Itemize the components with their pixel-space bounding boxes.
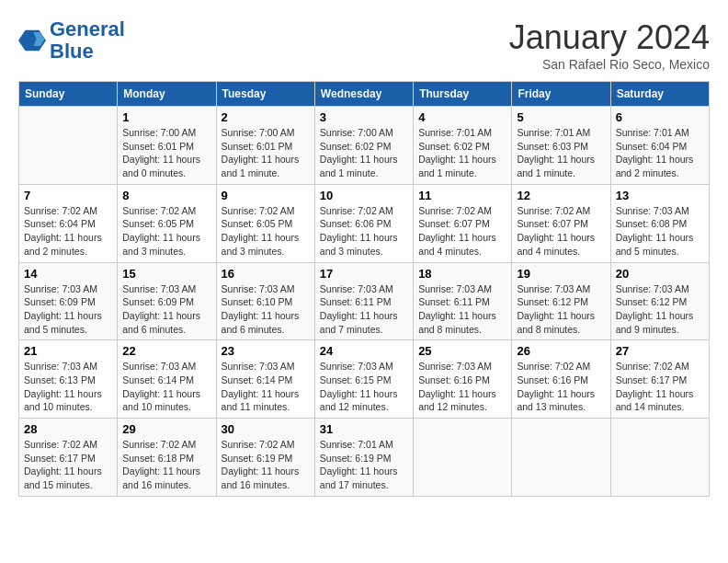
calendar-cell: 2Sunrise: 7:00 AM Sunset: 6:01 PM Daylig… [216,107,314,185]
logo-line2: Blue [50,40,94,63]
day-number: 16 [222,267,310,281]
calendar-cell: 24Sunrise: 7:03 AM Sunset: 6:15 PM Dayli… [314,340,413,419]
calendar-cell: 27Sunrise: 7:02 AM Sunset: 6:17 PM Dayli… [610,340,709,419]
calendar-cell [512,419,610,497]
day-number: 19 [517,267,605,281]
week-row-4: 21Sunrise: 7:03 AM Sunset: 6:13 PM Dayli… [19,340,710,419]
day-info: Sunrise: 7:02 AM Sunset: 6:05 PM Dayligh… [222,204,310,259]
calendar-cell: 26Sunrise: 7:02 AM Sunset: 6:16 PM Dayli… [512,340,610,419]
calendar-cell: 1Sunrise: 7:00 AM Sunset: 6:01 PM Daylig… [118,107,216,185]
weekday-header-row: SundayMondayTuesdayWednesdayThursdayFrid… [19,82,710,107]
day-info: Sunrise: 7:00 AM Sunset: 6:01 PM Dayligh… [122,126,210,180]
day-number: 10 [320,189,408,202]
calendar-cell: 23Sunrise: 7:03 AM Sunset: 6:14 PM Dayli… [216,340,314,419]
day-number: 12 [517,189,605,202]
day-number: 29 [122,422,210,436]
weekday-header-wednesday: Wednesday [314,82,413,107]
day-info: Sunrise: 7:02 AM Sunset: 6:06 PM Dayligh… [320,204,408,259]
logo: General Blue [18,18,125,63]
day-info: Sunrise: 7:03 AM Sunset: 6:12 PM Dayligh… [616,282,704,337]
day-number: 30 [222,422,310,436]
calendar-cell: 3Sunrise: 7:00 AM Sunset: 6:02 PM Daylig… [314,107,413,185]
logo-text: General Blue [50,18,125,63]
calendar-cell [610,419,709,497]
day-info: Sunrise: 7:03 AM Sunset: 6:12 PM Dayligh… [517,282,605,337]
day-number: 18 [418,267,506,281]
day-info: Sunrise: 7:02 AM Sunset: 6:19 PM Dayligh… [222,438,310,492]
weekday-header-friday: Friday [512,82,610,107]
day-info: Sunrise: 7:03 AM Sunset: 6:11 PM Dayligh… [320,282,408,337]
weekday-header-monday: Monday [118,82,216,107]
day-number: 28 [24,422,112,436]
logo-line1: General [50,17,125,40]
calendar-cell [19,107,118,185]
day-number: 20 [616,267,704,281]
calendar-cell: 9Sunrise: 7:02 AM Sunset: 6:05 PM Daylig… [216,184,314,262]
day-number: 27 [616,344,704,358]
calendar-cell: 18Sunrise: 7:03 AM Sunset: 6:11 PM Dayli… [414,262,512,340]
weekday-header-thursday: Thursday [414,82,512,107]
calendar-cell: 8Sunrise: 7:02 AM Sunset: 6:05 PM Daylig… [118,184,216,262]
day-info: Sunrise: 7:03 AM Sunset: 6:14 PM Dayligh… [222,360,310,414]
day-number: 1 [122,110,210,124]
weekday-header-saturday: Saturday [610,82,709,107]
weekday-header-sunday: Sunday [19,82,118,107]
day-number: 26 [517,344,605,358]
day-info: Sunrise: 7:03 AM Sunset: 6:09 PM Dayligh… [122,282,210,337]
day-info: Sunrise: 7:03 AM Sunset: 6:08 PM Dayligh… [616,204,704,259]
calendar-cell: 10Sunrise: 7:02 AM Sunset: 6:06 PM Dayli… [314,184,413,262]
day-number: 22 [122,344,210,358]
day-info: Sunrise: 7:03 AM Sunset: 6:10 PM Dayligh… [222,282,310,337]
day-info: Sunrise: 7:02 AM Sunset: 6:07 PM Dayligh… [418,204,506,259]
calendar-table: SundayMondayTuesdayWednesdayThursdayFrid… [18,81,710,497]
calendar-cell: 16Sunrise: 7:03 AM Sunset: 6:10 PM Dayli… [216,262,314,340]
calendar-cell: 29Sunrise: 7:02 AM Sunset: 6:18 PM Dayli… [118,419,216,497]
calendar-cell: 19Sunrise: 7:03 AM Sunset: 6:12 PM Dayli… [512,262,610,340]
day-info: Sunrise: 7:03 AM Sunset: 6:15 PM Dayligh… [320,360,408,414]
week-row-3: 14Sunrise: 7:03 AM Sunset: 6:09 PM Dayli… [19,262,710,340]
title-block: January 2024 San Rafael Rio Seco, Mexico [509,18,710,72]
day-info: Sunrise: 7:01 AM Sunset: 6:04 PM Dayligh… [616,126,704,180]
calendar-cell: 28Sunrise: 7:02 AM Sunset: 6:17 PM Dayli… [19,419,118,497]
day-info: Sunrise: 7:02 AM Sunset: 6:18 PM Dayligh… [122,438,210,492]
day-info: Sunrise: 7:02 AM Sunset: 6:04 PM Dayligh… [24,204,112,259]
day-info: Sunrise: 7:03 AM Sunset: 6:13 PM Dayligh… [24,360,112,414]
logo-icon [18,27,46,54]
weekday-header-tuesday: Tuesday [216,82,314,107]
day-info: Sunrise: 7:02 AM Sunset: 6:17 PM Dayligh… [616,360,704,414]
day-number: 21 [24,344,112,358]
day-number: 24 [320,344,408,358]
day-number: 7 [24,189,112,202]
day-number: 14 [24,267,112,281]
calendar-cell: 20Sunrise: 7:03 AM Sunset: 6:12 PM Dayli… [610,262,709,340]
day-info: Sunrise: 7:00 AM Sunset: 6:01 PM Dayligh… [222,126,310,180]
day-number: 25 [418,344,506,358]
calendar-cell [414,419,512,497]
day-number: 9 [222,189,310,202]
day-info: Sunrise: 7:01 AM Sunset: 6:19 PM Dayligh… [320,438,408,492]
calendar-cell: 31Sunrise: 7:01 AM Sunset: 6:19 PM Dayli… [314,419,413,497]
calendar-cell: 5Sunrise: 7:01 AM Sunset: 6:03 PM Daylig… [512,107,610,185]
calendar-cell: 13Sunrise: 7:03 AM Sunset: 6:08 PM Dayli… [610,184,709,262]
calendar-cell: 11Sunrise: 7:02 AM Sunset: 6:07 PM Dayli… [414,184,512,262]
day-number: 4 [418,110,506,124]
day-info: Sunrise: 7:00 AM Sunset: 6:02 PM Dayligh… [320,126,408,180]
week-row-5: 28Sunrise: 7:02 AM Sunset: 6:17 PM Dayli… [19,419,710,497]
calendar-cell: 22Sunrise: 7:03 AM Sunset: 6:14 PM Dayli… [118,340,216,419]
calendar-cell: 12Sunrise: 7:02 AM Sunset: 6:07 PM Dayli… [512,184,610,262]
week-row-1: 1Sunrise: 7:00 AM Sunset: 6:01 PM Daylig… [19,107,710,185]
day-number: 23 [222,344,310,358]
day-number: 11 [418,189,506,202]
day-info: Sunrise: 7:03 AM Sunset: 6:09 PM Dayligh… [24,282,112,337]
location-subtitle: San Rafael Rio Seco, Mexico [509,57,710,72]
day-info: Sunrise: 7:03 AM Sunset: 6:11 PM Dayligh… [418,282,506,337]
day-number: 15 [122,267,210,281]
day-info: Sunrise: 7:03 AM Sunset: 6:16 PM Dayligh… [418,360,506,414]
day-number: 3 [320,110,408,124]
page-header: General Blue January 2024 San Rafael Rio… [18,18,710,72]
day-number: 5 [517,110,605,124]
calendar-cell: 25Sunrise: 7:03 AM Sunset: 6:16 PM Dayli… [414,340,512,419]
day-info: Sunrise: 7:02 AM Sunset: 6:05 PM Dayligh… [122,204,210,259]
day-number: 31 [320,422,408,436]
day-number: 2 [222,110,310,124]
